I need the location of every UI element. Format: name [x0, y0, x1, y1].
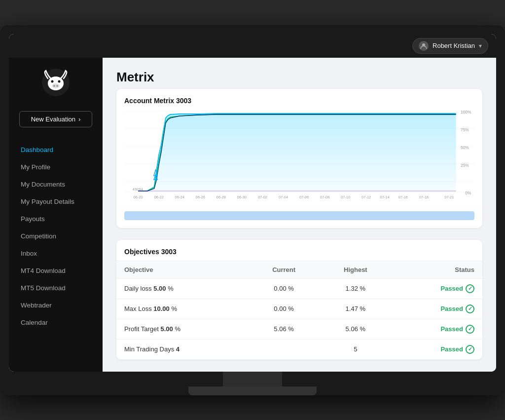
new-eval-arrow-icon: › [78, 115, 80, 123]
chevron-down-icon: ▾ [479, 42, 482, 49]
svg-text:07-12: 07-12 [361, 194, 371, 199]
svg-text:06-30: 06-30 [237, 194, 247, 199]
objectives-card: Objectives 3003 Objective Current Highes… [116, 240, 482, 360]
svg-text:06-22: 06-22 [154, 194, 164, 199]
obj-highest: 1.32 % [320, 278, 392, 299]
obj-highest: 1.47 % [320, 299, 392, 319]
table-row: Profit Target 5.00 % 5.06 % 5.06 % Passe… [116, 319, 482, 339]
sidebar-item-inbox[interactable]: Inbox [9, 245, 103, 262]
chart-section-title: Account Metrix 3003 [124, 97, 474, 105]
chart-area: 100% 75% 50% 25% 0% 06-20 06-22 06-24 06… [124, 111, 474, 209]
svg-text:75%: 75% [461, 127, 469, 132]
svg-point-3 [51, 80, 54, 82]
obj-status: Passed ✓ [392, 278, 482, 299]
sidebar-item-payouts[interactable]: Payouts [9, 210, 103, 228]
sidebar-item-mt5-download[interactable]: MT5 Download [9, 279, 103, 297]
svg-text:07-21: 07-21 [444, 194, 454, 199]
sidebar-item-my-payout-details[interactable]: My Payout Details [9, 193, 103, 210]
monitor-outer: Robert Kristian ▾ [0, 25, 505, 395]
avatar-icon [419, 41, 429, 51]
obj-current: 5.06 % [248, 319, 320, 339]
svg-text:07-08: 07-08 [320, 194, 329, 199]
col-header-status: Status [392, 261, 482, 278]
obj-highest: 5.06 % [320, 319, 392, 339]
svg-text:07-02: 07-02 [258, 194, 267, 199]
sidebar-item-webtrader[interactable]: Webtrader [9, 297, 103, 314]
objectives-table: Objective Current Highest Status Daily l… [116, 261, 482, 360]
obj-status: Passed ✓ [392, 319, 482, 339]
monitor-stand [9, 372, 496, 395]
new-eval-label: New Evaluation [31, 115, 75, 123]
new-evaluation-button[interactable]: New Evaluation › [19, 111, 92, 127]
svg-point-7 [56, 85, 58, 87]
obj-name: Max Loss 10.00 % [116, 299, 248, 319]
sidebar-item-competition[interactable]: Competition [9, 228, 103, 245]
svg-text:07-16: 07-16 [398, 194, 408, 199]
chart-svg: 100% 75% 50% 25% 0% 06-20 06-22 06-24 06… [124, 111, 474, 199]
chart-scrollbar[interactable] [124, 211, 474, 220]
obj-current: 0.00 % [248, 299, 320, 319]
svg-text:07-06: 07-06 [299, 194, 309, 199]
user-menu[interactable]: Robert Kristian ▾ [412, 38, 488, 54]
sidebar-item-mt4-download[interactable]: MT4 Download [9, 262, 103, 279]
svg-text:07-04: 07-04 [279, 194, 289, 199]
obj-name: Profit Target 5.00 % [116, 319, 248, 339]
col-header-highest: Highest [320, 261, 392, 278]
table-row: Max Loss 10.00 % 0.00 % 1.47 % Passed ✓ [116, 299, 482, 319]
obj-name: Daily loss 5.00 % [116, 278, 248, 299]
sidebar-nav: Dashboard My Profile My Documents My Pay… [9, 141, 103, 331]
table-row: Daily loss 5.00 % 0.00 % 1.32 % Passed ✓ [116, 278, 482, 299]
obj-status: Passed ✓ [392, 339, 482, 359]
sidebar-item-my-documents[interactable]: My Documents [9, 176, 103, 193]
objectives-section-title: Objectives 3003 [116, 240, 482, 261]
svg-point-4 [58, 80, 61, 82]
obj-name: Min Trading Days 4 [116, 339, 248, 359]
svg-text:07-18: 07-18 [419, 194, 429, 199]
svg-text:06-26: 06-26 [196, 194, 205, 199]
obj-highest: 5 [320, 339, 392, 359]
sidebar: New Evaluation › Dashboard My Profile My… [9, 58, 103, 372]
table-row: Min Trading Days 4 5 Passed ✓ [116, 339, 482, 359]
svg-text:0%: 0% [465, 190, 471, 195]
sidebar-item-my-profile[interactable]: My Profile [9, 158, 103, 176]
col-header-objective: Objective [116, 261, 248, 278]
top-bar: Robert Kristian ▾ [9, 34, 496, 58]
svg-text:07-14: 07-14 [380, 194, 390, 199]
main-content: Metrix Account Metrix 3003 [103, 58, 496, 372]
page-title: Metrix [116, 70, 482, 85]
chart-card: Account Metrix 3003 100% 75 [116, 89, 482, 228]
obj-current [248, 339, 320, 359]
svg-text:06-28: 06-28 [216, 194, 226, 199]
svg-text:06-24: 06-24 [175, 194, 185, 199]
sidebar-logo [41, 68, 71, 99]
sidebar-item-dashboard[interactable]: Dashboard [9, 141, 103, 158]
app-window: Robert Kristian ▾ [9, 34, 496, 372]
obj-current: 0.00 % [248, 278, 320, 299]
main-layout: New Evaluation › Dashboard My Profile My… [9, 58, 496, 372]
svg-point-5 [52, 83, 60, 88]
svg-text:06-20: 06-20 [134, 194, 143, 199]
stand-base [188, 386, 317, 395]
sidebar-item-calendar[interactable]: Calendar [9, 314, 103, 331]
username-label: Robert Kristian [433, 42, 475, 49]
obj-status: Passed ✓ [392, 299, 482, 319]
svg-point-6 [53, 85, 55, 87]
svg-text:07-10: 07-10 [341, 194, 350, 199]
col-header-current: Current [248, 261, 320, 278]
svg-text:50%: 50% [461, 145, 469, 150]
svg-text:100%: 100% [461, 111, 471, 115]
stand-neck [223, 372, 282, 386]
svg-text:25%: 25% [461, 162, 469, 167]
